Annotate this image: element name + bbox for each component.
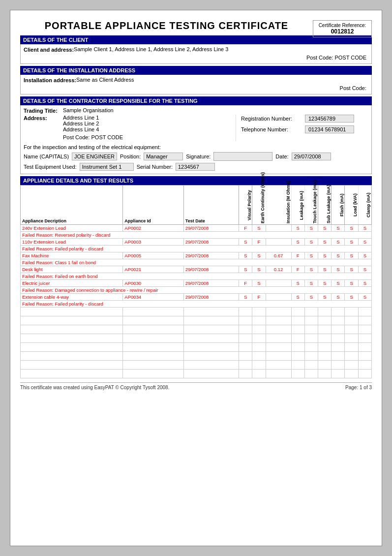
table-row: Extension cable 4-wayAP003429/07/2008SFS…: [21, 294, 372, 301]
trading-title-row: Trading Title: Sample Organisation: [24, 107, 368, 114]
empty-cell: [332, 361, 345, 370]
table-cell: S: [318, 280, 332, 287]
empty-cell: [266, 308, 291, 316]
contractor-postcode-row: Post Code: POST CODE: [63, 134, 123, 140]
empty-cell: [239, 308, 252, 316]
name-value: JOE ENGINEER: [72, 153, 117, 160]
table-cell: AP0021: [123, 266, 184, 273]
table-cell: 0.12: [266, 266, 291, 273]
table-reason-row: Failed Reason: Failed polarity - discard: [21, 301, 372, 308]
empty-row: [21, 308, 372, 316]
empty-cell: [183, 370, 239, 378]
empty-cell: [252, 361, 266, 370]
table-cell: S: [345, 252, 358, 259]
table-cell: S: [239, 252, 252, 259]
contractor-addr1: Address Line 1: [63, 115, 123, 121]
trading-label: Trading Title:: [24, 107, 63, 114]
empty-cell: [291, 343, 304, 352]
position-value: Manager: [144, 153, 183, 160]
empty-cell: [358, 352, 371, 361]
inspection-text: For the inspection and testing of the el…: [24, 144, 368, 150]
empty-cell: [318, 343, 332, 352]
empty-cell: [21, 316, 123, 325]
table-cell: [266, 294, 291, 301]
table-cell: S: [358, 252, 371, 259]
empty-cell: [358, 316, 371, 325]
empty-cell: [304, 361, 318, 370]
table-cell: S: [239, 294, 252, 301]
table-cell: S: [345, 266, 358, 273]
empty-cell: [291, 325, 304, 334]
empty-row: [21, 370, 372, 378]
empty-cell: [239, 352, 252, 361]
empty-row: [21, 334, 372, 343]
signature-value: [213, 152, 272, 161]
contractor-section-header: DETAILS OF THE CONTRACTOR RESPONSIBLE FO…: [20, 96, 372, 105]
reason-cell: Failed Reason: Reversed polarity - disca…: [21, 232, 372, 239]
empty-cell: [123, 352, 184, 361]
table-cell: S: [345, 294, 358, 301]
empty-cell: [345, 316, 358, 325]
empty-cell: [252, 316, 266, 325]
table-cell: S: [345, 280, 358, 287]
empty-cell: [318, 370, 332, 378]
table-cell: S: [304, 239, 318, 246]
col-header-touch: Touch Leakage (mA): [304, 185, 318, 225]
empty-cell: [239, 316, 252, 325]
table-cell: S: [304, 280, 318, 287]
empty-cell: [252, 334, 266, 343]
cert-ref-number: 0012812: [317, 28, 367, 35]
col-header-insulation: Insulation (M Ohms): [266, 185, 291, 225]
empty-cell: [332, 352, 345, 361]
table-cell: 29/07/2008: [183, 294, 239, 301]
table-cell: S: [332, 280, 345, 287]
table-row: Fax MachineAP000529/07/2008SS0.67FSSSSS: [21, 252, 372, 259]
client-postcode-label: Post Code:: [306, 55, 333, 61]
empty-cell: [304, 370, 318, 378]
installation-address-row: Installation address: Same as Client Add…: [24, 77, 368, 83]
results-table: Appliance Decription Appliance Id Test D…: [20, 185, 372, 378]
table-cell: S: [358, 239, 371, 246]
table-cell: F: [291, 266, 304, 273]
trading-value: Sample Organisation: [63, 107, 368, 113]
empty-cell: [123, 316, 184, 325]
empty-cell: [332, 334, 345, 343]
serial-label: Serial Number:: [137, 164, 173, 170]
col-header-clamp: Clamp (mA): [358, 185, 371, 225]
client-postcode-value: POST CODE: [334, 55, 366, 61]
tel-value: 01234 5678901: [305, 125, 354, 133]
empty-cell: [266, 325, 291, 334]
empty-cell: [332, 343, 345, 352]
table-cell: 240v Extension Lead: [21, 225, 123, 232]
name-label: Name (CAPITALS): [24, 154, 69, 159]
table-cell: F: [239, 280, 252, 287]
engineer-row: Name (CAPITALS) JOE ENGINEER Position: M…: [24, 152, 368, 161]
table-cell: S: [239, 266, 252, 273]
table-cell: S: [318, 225, 332, 232]
table-cell: S: [304, 266, 318, 273]
empty-cell: [183, 325, 239, 334]
empty-cell: [345, 370, 358, 378]
client-label: Client and address:: [24, 46, 74, 53]
empty-cell: [266, 361, 291, 370]
empty-cell: [291, 334, 304, 343]
col-header-flash: Flash (mA): [332, 185, 345, 225]
empty-row: [21, 361, 372, 370]
footer-page: Page: 1 of 3: [345, 385, 372, 390]
empty-cell: [291, 361, 304, 370]
empty-cell: [332, 308, 345, 316]
contractor-address-label: Address:: [24, 115, 63, 121]
table-reason-row: Failed Reason: Reversed polarity - disca…: [21, 232, 372, 239]
table-row: 240v Extension LeadAP000229/07/2008FSSSS…: [21, 225, 372, 232]
empty-cell: [239, 343, 252, 352]
equipment-value: Instrument Set 1: [80, 163, 134, 171]
cert-ref-box: Certificate Reference: 0012812: [313, 20, 372, 37]
table-cell: F: [252, 239, 266, 246]
date-value: 29/07/2008: [292, 153, 331, 160]
empty-cell: [266, 370, 291, 378]
table-cell: S: [332, 294, 345, 301]
empty-row: [21, 325, 372, 334]
col-header-sub: Sub Leakage (mA): [318, 185, 332, 225]
table-cell: S: [332, 225, 345, 232]
table-cell: 29/07/2008: [183, 252, 239, 259]
